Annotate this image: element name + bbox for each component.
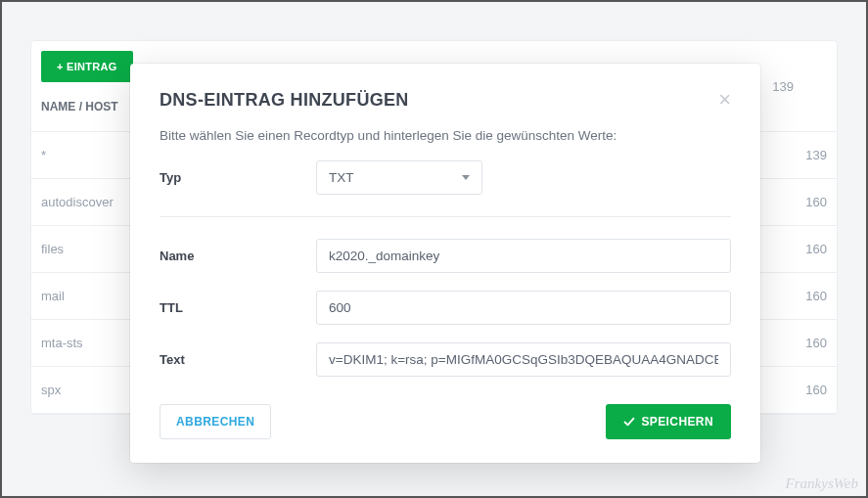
- form-row-text: Text: [160, 342, 731, 377]
- table-header-ttl: 139: [772, 79, 794, 94]
- type-label: Typ: [160, 170, 316, 185]
- ttl-label: TTL: [160, 300, 316, 315]
- row-ttl: 160: [805, 383, 827, 397]
- row-name: mail: [41, 289, 65, 303]
- row-name: *: [41, 148, 46, 162]
- modal-form: Typ TXT Name TTL Text: [130, 160, 760, 377]
- row-ttl: 160: [805, 336, 827, 350]
- modal-header: DNS-EINTRAG HINZUFÜGEN ×: [130, 64, 760, 120]
- row-ttl: 139: [805, 148, 827, 162]
- save-button-label: SPEICHERN: [641, 415, 713, 429]
- check-icon: [623, 416, 635, 428]
- form-row-name: Name: [160, 239, 731, 273]
- chevron-down-icon: [462, 175, 470, 180]
- modal-footer: ABBRECHEN SPEICHERN: [130, 394, 760, 439]
- row-ttl: 160: [805, 195, 827, 209]
- watermark: FrankysWeb: [786, 475, 858, 492]
- add-dns-record-modal: DNS-EINTRAG HINZUFÜGEN × Bitte wählen Si…: [130, 64, 760, 463]
- close-icon[interactable]: ×: [718, 89, 731, 111]
- form-row-type: Typ TXT: [160, 160, 731, 217]
- row-name: files: [41, 242, 64, 256]
- type-select-value: TXT: [329, 170, 354, 185]
- text-label: Text: [160, 352, 316, 367]
- type-select[interactable]: TXT: [316, 160, 482, 195]
- name-label: Name: [160, 249, 316, 263]
- name-input[interactable]: [316, 239, 731, 273]
- text-input[interactable]: [316, 342, 731, 377]
- ttl-input[interactable]: [316, 291, 731, 325]
- row-ttl: 160: [805, 289, 827, 303]
- row-name: spx: [41, 383, 61, 397]
- modal-title: DNS-EINTRAG HINZUFÜGEN: [160, 90, 409, 111]
- row-name: mta-sts: [41, 336, 83, 350]
- add-record-button[interactable]: + EINTRAG: [41, 51, 133, 82]
- row-name: autodiscover: [41, 195, 114, 209]
- modal-subtitle: Bitte wählen Sie einen Recordtyp und hin…: [130, 120, 760, 160]
- row-ttl: 160: [805, 242, 827, 256]
- cancel-button[interactable]: ABBRECHEN: [160, 404, 271, 439]
- save-button[interactable]: SPEICHERN: [606, 404, 731, 439]
- form-row-ttl: TTL: [160, 291, 731, 325]
